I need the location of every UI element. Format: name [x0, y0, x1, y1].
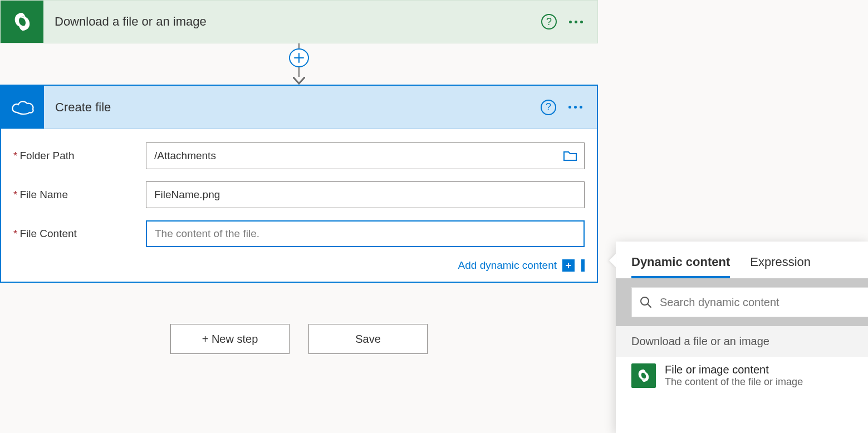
step-title: Create file	[44, 100, 541, 115]
connector	[0, 43, 598, 85]
dynamic-item-desc: The content of the file or image	[665, 376, 803, 388]
flow-container: Download a file or an image ? Create fil…	[0, 0, 598, 354]
dataverse-icon	[1, 1, 43, 43]
dynamic-item-file-content[interactable]: File or image content The content of the…	[616, 357, 868, 395]
step-actions: ?	[541, 14, 597, 29]
dataverse-icon	[631, 363, 656, 388]
swirl-icon	[11, 11, 33, 33]
search-icon	[632, 296, 660, 308]
collapse-handle-icon[interactable]	[581, 259, 585, 272]
cloud-icon	[11, 99, 35, 116]
step-create-file: Create file ? *Folder Path	[0, 85, 598, 283]
add-step-button[interactable]	[289, 48, 309, 67]
dynamic-tabs: Dynamic content Expression	[616, 242, 868, 278]
label-text: Folder Path	[19, 150, 74, 162]
dynamic-group-header: Download a file or an image	[616, 326, 868, 357]
tab-dynamic-content[interactable]: Dynamic content	[631, 255, 730, 278]
step-title: Download a file or an image	[43, 14, 541, 29]
tab-expression[interactable]: Expression	[750, 255, 811, 278]
plus-icon	[294, 53, 304, 63]
dynamic-search	[631, 287, 868, 317]
more-menu-icon[interactable]	[568, 106, 582, 109]
callout-arrow-icon	[609, 254, 616, 267]
folder-path-row: *Folder Path	[13, 142, 585, 169]
add-dynamic-expand-button[interactable]: +	[562, 259, 575, 272]
swirl-icon	[636, 368, 651, 383]
connector-line	[298, 43, 300, 48]
file-name-input[interactable]	[146, 181, 585, 208]
connector-line	[298, 67, 300, 77]
file-content-input[interactable]	[146, 220, 585, 247]
folder-path-input[interactable]	[146, 142, 585, 169]
help-icon[interactable]: ?	[541, 14, 557, 29]
step-header[interactable]: Create file ?	[1, 86, 597, 129]
folder-path-label: *Folder Path	[13, 150, 146, 162]
folder-path-input-wrap	[146, 142, 585, 169]
step-actions: ?	[541, 100, 597, 115]
onedrive-icon	[1, 86, 44, 129]
browse-folder-button[interactable]	[561, 147, 579, 165]
file-name-row: *File Name	[13, 181, 585, 208]
footer-buttons: + New step Save	[0, 324, 598, 354]
dynamic-content-panel: Dynamic content Expression Download a fi…	[616, 242, 868, 433]
dynamic-search-wrap	[616, 278, 868, 326]
file-name-label: *File Name	[13, 189, 146, 201]
file-name-input-wrap	[146, 181, 585, 208]
dynamic-item-text: File or image content The content of the…	[665, 363, 803, 388]
file-content-label: *File Content	[13, 228, 146, 240]
file-content-input-wrap	[146, 220, 585, 247]
folder-icon	[563, 150, 577, 162]
label-text: File Name	[19, 189, 68, 201]
add-dynamic-content-link[interactable]: Add dynamic content	[458, 259, 557, 272]
new-step-button[interactable]: + New step	[170, 324, 290, 354]
dynamic-search-input[interactable]	[660, 296, 868, 309]
more-menu-icon[interactable]	[569, 21, 583, 23]
dynamic-item-title: File or image content	[665, 363, 803, 376]
file-content-row: *File Content	[13, 220, 585, 247]
arrow-down-icon	[293, 77, 305, 85]
step-download-file[interactable]: Download a file or an image ?	[0, 0, 598, 43]
save-button[interactable]: Save	[308, 324, 428, 354]
form-body: *Folder Path *File Name	[1, 129, 597, 282]
help-icon[interactable]: ?	[541, 100, 556, 115]
label-text: File Content	[19, 228, 76, 240]
add-dynamic-row: Add dynamic content +	[13, 259, 585, 272]
